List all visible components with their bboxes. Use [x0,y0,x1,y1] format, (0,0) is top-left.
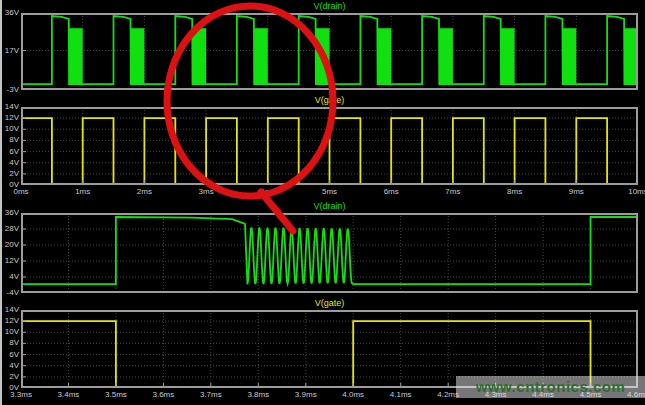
y-axis-label: 10V [5,125,19,133]
y-axis-label: 6V [9,148,19,156]
ringing-burst-block [378,28,392,84]
panel-gate-overview: V(gate) 14V12V10V8V6V4V2V0V0ms1ms2ms3ms4… [21,107,638,185]
panel-title: V(drain) [313,201,345,211]
y-axis-label: 8V [9,339,19,347]
ringing-burst-block [624,28,638,84]
y-axis-label: 14V [5,306,19,314]
V(gate)-overview-trace [21,118,638,185]
x-axis-label: 1ms [75,188,90,196]
x-axis-label: 4.0ms [342,391,364,399]
x-axis-label: 4.1ms [390,391,412,399]
ringing-burst-block [501,28,515,84]
ringing-burst-block [563,28,577,84]
x-axis-label: 0ms [13,188,28,196]
y-axis-label: 12V [5,257,19,265]
y-axis-label: 2V [9,373,19,381]
x-axis-label: 3.8ms [247,391,269,399]
x-axis-label: 3.3ms [10,391,32,399]
x-axis-label: 3.6ms [152,391,174,399]
y-axis-label: 10V [5,328,19,336]
V(drain)-zoom-trace [21,217,638,284]
plot-V(drain)-zoom [21,213,638,293]
panel-title: V(gate) [315,298,345,308]
x-axis-label: 3.9ms [295,391,317,399]
y-axis-label: 12V [5,114,19,122]
y-axis-label: 28V [5,225,19,233]
ringing-burst-block [131,28,145,84]
panel-drain-overview: V(drain) 36V17V-3V [21,13,638,90]
x-axis-label: 8ms [507,188,522,196]
y-axis-label: 2V [9,170,19,178]
left-edge-artifact [0,0,2,405]
y-axis-label: 4V [9,159,19,167]
plot-V(gate)-overview [21,107,638,185]
x-axis-label: 3.7ms [200,391,222,399]
y-axis-label: 8V [9,136,19,144]
panel-title: V(gate) [315,95,345,105]
x-axis-label: 7ms [445,188,460,196]
ringing-burst-block [316,28,330,84]
x-axis-label: 5ms [322,188,337,196]
x-axis-label: 6ms [384,188,399,196]
x-axis-label: 3ms [199,188,214,196]
ringing-burst-block [254,28,268,84]
panel-title: V(drain) [313,1,345,11]
plot-V(drain)-overview [21,13,638,90]
watermark: www.cntronics.com [456,376,645,398]
y-axis-label: -3V [7,86,19,94]
y-axis-label: 4V [9,362,19,370]
ringing-burst-block [193,28,207,84]
x-axis-label: 10ms [628,188,645,196]
y-axis-label: 4V [9,273,19,281]
y-axis-label: 36V [5,209,19,217]
panel-drain-zoom: V(drain) 36V28V20V12V4V-4V [21,213,638,293]
x-axis-label: 3.4ms [58,391,80,399]
y-axis-label: 17V [5,47,19,55]
y-axis-label: -4V [7,289,19,297]
y-axis-label: 6V [9,351,19,359]
x-axis-label: 9ms [569,188,584,196]
ringing-burst-block [69,28,83,84]
x-axis-label: 3.5ms [105,391,127,399]
x-axis-label: 2ms [137,188,152,196]
y-axis-label: 36V [5,9,19,17]
ringing-burst-block [439,28,453,84]
y-axis-label: 14V [5,103,19,111]
y-axis-label: 12V [5,317,19,325]
x-axis-label: 4ms [260,188,275,196]
y-axis-label: 20V [5,241,19,249]
waveform-viewer: V(drain) 36V17V-3V V(gate) 14V12V10V8V6V… [0,0,645,405]
